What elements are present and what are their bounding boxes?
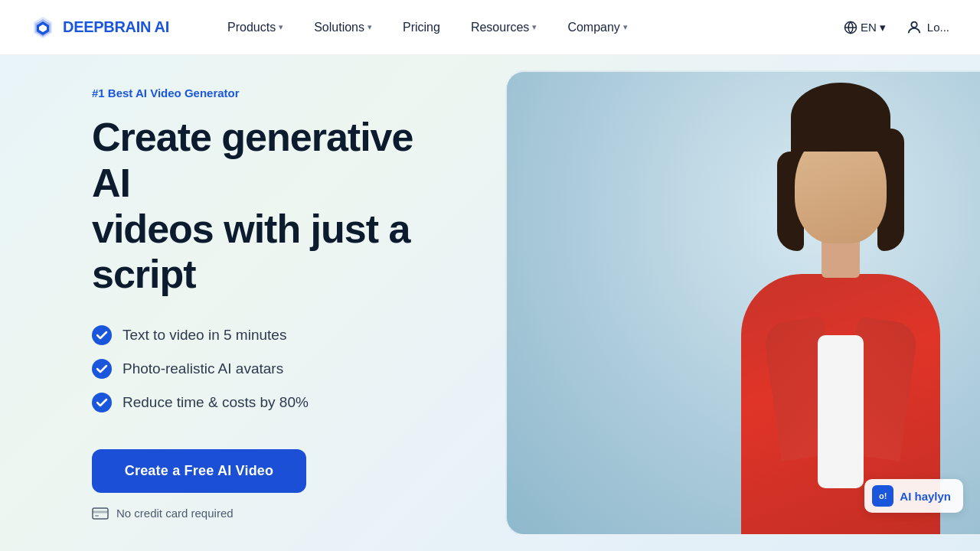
chevron-down-icon: ▾	[279, 22, 283, 32]
login-button[interactable]: Lo...	[906, 19, 949, 36]
nav-pricing[interactable]: Pricing	[390, 15, 452, 41]
svg-point-5	[911, 21, 916, 27]
avatar-name-tag: o! AI haylyn	[864, 479, 963, 513]
logo-icon	[31, 15, 55, 40]
nav-products[interactable]: Products ▾	[215, 15, 296, 41]
chevron-down-icon: ▾	[368, 22, 372, 32]
avatar-card: o! AI haylyn	[505, 70, 980, 536]
hero-avatar-panel: o! AI haylyn	[505, 55, 980, 551]
globe-icon	[844, 21, 858, 34]
chevron-down-icon: ▾	[532, 22, 537, 32]
svg-rect-10	[93, 510, 108, 513]
no-credit-label: No credit card required	[92, 507, 459, 520]
nav-right-actions: EN ▾ Lo...	[836, 16, 949, 39]
avatar-logo: o!	[872, 485, 893, 507]
svg-rect-9	[93, 508, 108, 519]
check-icon	[92, 393, 112, 412]
hero-title: Create generative AI videos with just a …	[92, 115, 459, 298]
nav-company[interactable]: Company ▾	[555, 15, 639, 41]
cta-button[interactable]: Create a Free AI Video	[92, 449, 306, 493]
svg-point-8	[92, 393, 112, 412]
user-icon	[906, 19, 923, 36]
feature-item-3: Reduce time & costs by 80%	[92, 393, 459, 412]
avatar-hair-top	[791, 83, 890, 152]
credit-card-icon	[92, 507, 109, 520]
feature-item-2: Photo-realistic AI avatars	[92, 359, 459, 379]
logo[interactable]: DEEPBRAIN AI	[31, 15, 169, 40]
svg-rect-11	[95, 515, 99, 517]
feature-list: Text to video in 5 minutes Photo-realist…	[92, 325, 459, 412]
svg-point-7	[92, 359, 112, 379]
chevron-down-icon: ▾	[623, 22, 628, 32]
svg-point-6	[92, 325, 112, 345]
nav-resources[interactable]: Resources ▾	[459, 15, 549, 41]
avatar-name: AI haylyn	[900, 490, 951, 503]
avatar-figure	[680, 90, 980, 534]
nav-solutions[interactable]: Solutions ▾	[302, 15, 384, 41]
hero-content: #1 Best AI Video Generator Create genera…	[0, 55, 505, 551]
hero-badge: #1 Best AI Video Generator	[92, 86, 459, 99]
nav-menu: Products ▾ Solutions ▾ Pricing Resources…	[215, 15, 836, 41]
feature-item-1: Text to video in 5 minutes	[92, 325, 459, 345]
navbar: DEEPBRAIN AI Products ▾ Solutions ▾ Pric…	[0, 0, 980, 55]
language-selector[interactable]: EN ▾	[836, 16, 893, 39]
chevron-down-icon: ▾	[880, 21, 886, 34]
check-icon	[92, 325, 112, 345]
hero-section: #1 Best AI Video Generator Create genera…	[0, 55, 980, 551]
avatar-shirt	[818, 335, 864, 488]
check-icon	[92, 359, 112, 379]
brand-name: DEEPBRAIN AI	[63, 18, 169, 36]
